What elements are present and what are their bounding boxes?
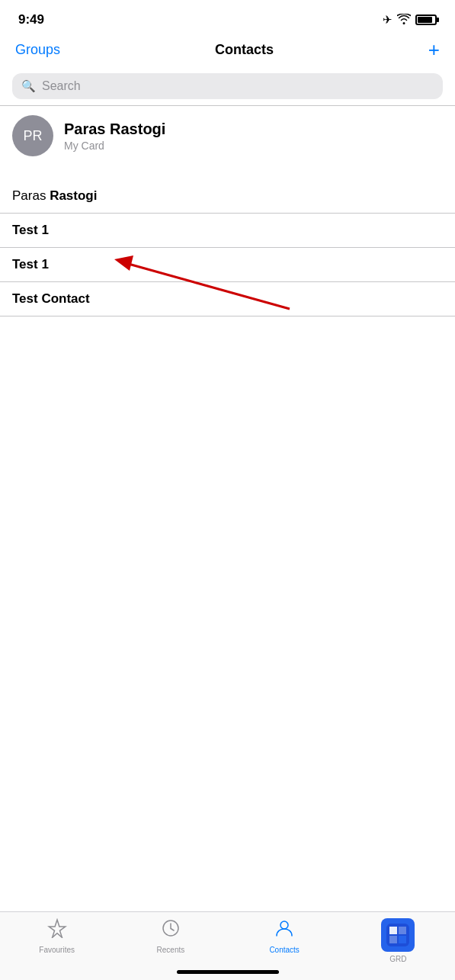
contact-name: Test Contact (12, 291, 90, 306)
add-contact-button[interactable]: + (428, 40, 440, 59)
tab-contacts[interactable]: Contacts (228, 918, 341, 954)
page-title: Contacts (215, 42, 274, 58)
search-bar[interactable]: 🔍 Search (12, 73, 443, 99)
avatar: PR (12, 115, 53, 156)
tab-recents[interactable]: Recents (114, 918, 227, 954)
my-card-label: My Card (64, 140, 165, 152)
search-icon: 🔍 (21, 79, 36, 93)
contact-item-paras-rastogi[interactable]: Paras Rastogi (0, 179, 455, 214)
search-input[interactable]: Search (42, 79, 81, 93)
status-icons: ✈ (383, 13, 437, 27)
svg-point-3 (280, 921, 288, 929)
my-card-name: Paras Rastogi (64, 120, 165, 138)
contact-item-test-contact[interactable]: Test Contact (0, 282, 455, 316)
groups-button[interactable]: Groups (15, 42, 60, 58)
svg-rect-7 (389, 936, 397, 943)
svg-rect-6 (399, 927, 406, 934)
grd-icon (381, 918, 415, 952)
wifi-icon (397, 14, 411, 27)
my-card-item[interactable]: PR Paras Rastogi My Card (0, 106, 455, 165)
contact-name: Paras Rastogi (12, 188, 97, 203)
status-time: 9:49 (18, 12, 44, 27)
svg-rect-5 (389, 927, 397, 934)
tab-favourites-label: Favourites (39, 946, 75, 954)
battery-icon (415, 14, 437, 25)
airplane-icon: ✈ (383, 13, 393, 27)
tab-grd-label: GRD (389, 955, 406, 963)
nav-header: Groups Contacts + (0, 34, 455, 67)
contact-list: Paras Rastogi Test 1 Test 1 Test Contact (0, 179, 455, 316)
clock-icon (161, 918, 181, 943)
svg-rect-8 (399, 936, 406, 943)
contact-name: Test 1 (12, 257, 49, 272)
status-bar: 9:49 ✈ (0, 0, 455, 34)
tab-recents-label: Recents (157, 946, 185, 954)
tab-contacts-label: Contacts (269, 946, 299, 954)
tab-grd[interactable]: GRD (341, 918, 455, 963)
star-icon (47, 918, 67, 943)
tab-favourites[interactable]: Favourites (0, 918, 114, 954)
person-icon (274, 918, 294, 943)
home-indicator (177, 970, 279, 974)
contact-item-test1-second[interactable]: Test 1 (0, 248, 455, 282)
contact-name: Test 1 (12, 223, 49, 237)
contact-item-test1-first[interactable]: Test 1 (0, 214, 455, 248)
search-container: 🔍 Search (0, 67, 455, 105)
